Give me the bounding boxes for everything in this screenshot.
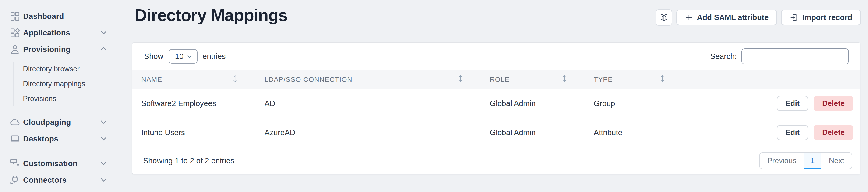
edit-button[interactable]: Edit — [777, 125, 808, 140]
page-length-control: Show 10 entries — [144, 49, 226, 64]
delete-button[interactable]: Delete — [814, 125, 853, 140]
import-record-button[interactable]: Import record — [781, 10, 861, 25]
search-control: Search: — [710, 48, 849, 64]
header-actions: Add SAML attribute Import record — [656, 9, 861, 26]
sidebar-item-desktops[interactable]: Desktops — [0, 130, 132, 147]
page-number-button[interactable]: 1 — [804, 152, 821, 169]
delete-button[interactable]: Delete — [814, 96, 853, 111]
plus-icon — [685, 13, 693, 22]
search-label: Search: — [710, 52, 737, 61]
page-length-value: 10 — [175, 52, 184, 61]
cell-connection: AzureAD — [256, 118, 481, 147]
chevron-down-icon — [99, 117, 108, 128]
next-page-button[interactable]: Next — [821, 153, 852, 169]
cell-type: Group — [585, 89, 683, 118]
entries-summary: Showing 1 to 2 of 2 entries — [143, 156, 235, 165]
page-title: Directory Mappings — [135, 6, 287, 25]
sidebar-divider — [0, 154, 132, 154]
cell-actions: Edit Delete — [683, 89, 860, 118]
sidebar-item-label: Cloudpaging — [23, 118, 71, 127]
user-icon — [9, 43, 21, 55]
chevron-up-icon — [99, 44, 108, 55]
sidebar-item-connectors[interactable]: Connectors — [0, 172, 132, 188]
cell-role: Global Admin — [481, 89, 585, 118]
import-icon — [789, 13, 799, 22]
cell-name: Intune Users — [132, 118, 256, 147]
sidebar-item-label: Applications — [23, 29, 70, 37]
sidebar-item-label: Dashboard — [23, 12, 64, 21]
laptop-icon — [9, 133, 21, 145]
sidebar-item-directory-mappings[interactable]: Directory mappings — [13, 76, 132, 91]
sidebar-item-provisions[interactable]: Provisions — [13, 91, 132, 106]
sidebar-subitem-label: Directory browser — [23, 65, 80, 73]
sidebar-item-label: Connectors — [23, 176, 66, 185]
sort-icon — [457, 75, 463, 84]
table-row: Software2 Employees AD Global Admin Grou… — [132, 89, 860, 118]
chevron-down-icon — [99, 133, 108, 144]
page-length-select[interactable]: 10 — [168, 49, 197, 64]
import-record-label: Import record — [802, 13, 852, 22]
cell-role: Global Admin — [481, 118, 585, 147]
column-header-connection[interactable]: LDAP/SSO CONNECTION — [256, 70, 481, 89]
dashboard-icon — [9, 10, 21, 23]
sidebar-nav: Dashboard Applications Provisioning — [0, 8, 132, 188]
applications-icon — [9, 27, 21, 39]
sidebar-item-label: Customisation — [23, 159, 78, 168]
edit-button[interactable]: Edit — [777, 96, 808, 111]
main-content: Directory Mappings Add SAML attribute Im… — [132, 0, 868, 192]
cell-type: Attribute — [585, 118, 683, 147]
sidebar-subitem-label: Provisions — [23, 94, 56, 103]
sort-icon — [659, 75, 665, 84]
table-footer: Showing 1 to 2 of 2 entries Previous 1 N… — [132, 147, 860, 174]
chevron-down-icon — [99, 175, 108, 186]
open-book-icon — [659, 13, 669, 22]
chevron-down-icon — [186, 53, 193, 60]
chevron-down-icon — [99, 28, 108, 38]
add-saml-attribute-label: Add SAML attribute — [697, 13, 769, 22]
paint-roller-icon — [9, 157, 21, 169]
sort-icon — [561, 75, 567, 84]
docs-button[interactable] — [656, 9, 672, 26]
pagination: Previous 1 Next — [760, 152, 852, 169]
cell-connection: AD — [256, 89, 481, 118]
search-input[interactable] — [741, 48, 849, 64]
directory-mappings-table: NAME LDAP/SSO CONNECTION R — [132, 70, 860, 147]
sidebar-item-cloudpaging[interactable]: Cloudpaging — [0, 114, 132, 130]
table-controls: Show 10 entries Search: — [132, 43, 860, 70]
entries-label: entries — [203, 52, 226, 61]
column-header-type[interactable]: TYPE — [585, 70, 683, 89]
sidebar-item-directory-browser[interactable]: Directory browser — [13, 62, 132, 76]
chevron-down-icon — [99, 158, 108, 169]
sidebar-item-provisioning[interactable]: Provisioning — [0, 41, 132, 57]
cell-actions: Edit Delete — [683, 118, 860, 147]
plug-icon — [9, 174, 21, 186]
add-saml-attribute-button[interactable]: Add SAML attribute — [676, 10, 777, 25]
sidebar-subitem-label: Directory mappings — [23, 80, 85, 88]
column-header-role[interactable]: ROLE — [481, 70, 585, 89]
column-header-actions — [683, 70, 860, 89]
column-header-name[interactable]: NAME — [132, 70, 256, 89]
table-header-row: NAME LDAP/SSO CONNECTION R — [132, 70, 860, 89]
show-label: Show — [144, 52, 163, 61]
sidebar-item-customisation[interactable]: Customisation — [0, 155, 132, 172]
app-root: Dashboard Applications Provisioning — [0, 0, 868, 192]
cloud-icon — [9, 116, 21, 128]
provisioning-submenu: Directory browser Directory mappings Pro… — [13, 62, 132, 106]
directory-mappings-card: Show 10 entries Search: — [132, 43, 860, 174]
table-row: Intune Users AzureAD Global Admin Attrib… — [132, 118, 860, 147]
sidebar-item-dashboard[interactable]: Dashboard — [0, 8, 132, 25]
sort-icon — [232, 75, 238, 84]
sidebar-item-applications[interactable]: Applications — [0, 25, 132, 41]
cell-name: Software2 Employees — [132, 89, 256, 118]
sidebar-item-label: Desktops — [23, 135, 58, 143]
sidebar-item-label: Provisioning — [23, 45, 70, 54]
sidebar: Dashboard Applications Provisioning — [0, 0, 132, 192]
previous-page-button[interactable]: Previous — [760, 153, 804, 169]
